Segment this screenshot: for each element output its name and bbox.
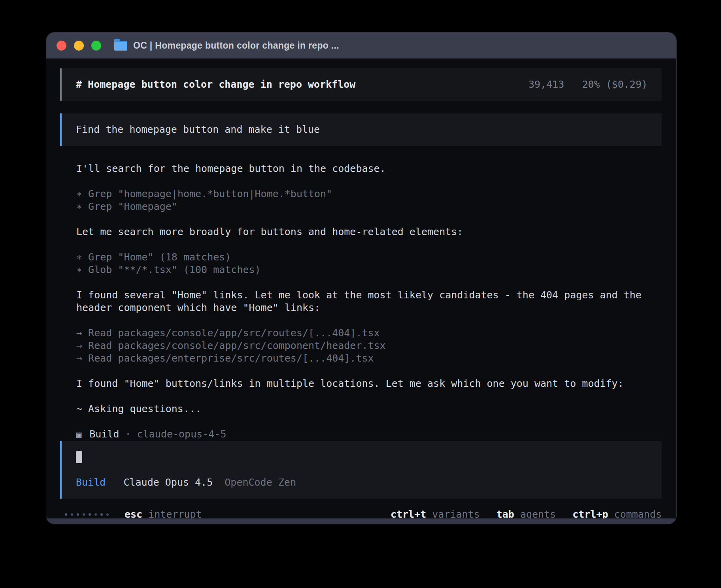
window-title: OC | Homepage button color change in rep… [133,40,339,51]
traffic-lights [57,41,101,51]
tool-call-text: Grep "Home" (18 matches) [88,251,231,263]
spinner-dot [65,513,67,516]
tool-call: ∗Grep "Home" (18 matches) [76,251,662,264]
text-cursor [76,451,82,463]
read-arrow-icon: → [76,327,82,339]
title-group: OC | Homepage button color change in rep… [114,40,339,51]
separator-dot: · [125,428,131,440]
assistant-text: I found several "Home" links. Let me loo… [76,289,662,314]
context-usage: 20% ($0.29) [582,79,647,90]
window-bottom-edge [46,518,676,524]
terminal-window: OC | Homepage button color change in rep… [46,32,677,524]
input-line[interactable] [76,451,647,464]
spinner-dot [106,513,109,516]
model-label: Claude Opus 4.5 [123,477,213,488]
tool-call: →Read packages/console/app/src/component… [76,339,662,352]
tool-call: ∗Grep "Homepage" [76,200,662,213]
provider-label: OpenCode Zen [225,477,296,488]
tool-call: ∗Glob "**/*.tsx" (100 matches) [76,264,662,276]
message-group-text: I found several "Home" links. Let me loo… [76,289,662,314]
tool-asterisk-icon: ∗ [76,251,82,263]
agent-model-badge: ▣Build·claude-opus-4-5 [76,428,662,441]
tool-call-text: Glob "**/*.tsx" (100 matches) [88,264,261,275]
tool-call-text: Grep "homepage|home.*button|Home.*button… [88,188,332,200]
read-arrow-icon: → [76,352,82,364]
terminal-content: # Homepage button color change in repo w… [46,58,676,518]
user-message: Find the homepage button and make it blu… [60,113,662,146]
spinner [65,513,109,516]
tool-asterisk-icon: ∗ [76,188,82,200]
spinner-dot [100,513,103,516]
message-group-tool: ∗Grep "Home" (18 matches)∗Glob "**/*.tsx… [76,251,662,276]
agent-mode-label: Build [76,477,106,488]
folder-icon [114,41,127,51]
tool-asterisk-icon: ∗ [76,201,82,212]
assistant-text: I found "Home" buttons/links in multiple… [76,377,662,390]
tool-asterisk-icon: ∗ [76,264,82,275]
titlebar[interactable]: OC | Homepage button color change in rep… [46,32,676,58]
message-group-tool: →Read packages/console/app/src/routes/[.… [76,327,662,365]
spinner-dot [83,513,85,516]
zoom-button[interactable] [91,41,101,51]
spinner-dot [71,513,73,516]
tool-call-text: Read packages/console/app/src/routes/[..… [88,327,380,339]
message-group-text: ~ Asking questions... [76,403,662,415]
session-metrics: 39,413 20% ($0.29) [528,78,647,91]
message-group-text: I'll search for the homepage button in t… [76,162,662,175]
minimize-button[interactable] [74,41,84,51]
message-group-text: I found "Home" buttons/links in multiple… [76,377,662,390]
assistant-text: Let me search more broadly for buttons a… [76,226,662,238]
session-title: # Homepage button color change in repo w… [76,78,355,91]
tool-call: →Read packages/console/app/src/routes/[.… [76,327,662,339]
tool-call-text: Read packages/enterprise/src/routes/[...… [88,352,374,364]
model-name: claude-opus-4-5 [137,428,226,440]
tool-call: ∗Grep "homepage|home.*button|Home.*butto… [76,188,662,200]
assistant-text: I'll search for the homepage button in t… [76,162,662,175]
tool-call-text: Grep "Homepage" [88,201,177,212]
session-header: # Homepage button color change in repo w… [60,68,662,101]
tool-call: →Read packages/enterprise/src/routes/[..… [76,352,662,365]
spinner-dot [77,513,79,516]
spinner-dot [94,513,97,516]
user-message-text: Find the homepage button and make it blu… [76,124,320,135]
close-button[interactable] [57,41,66,51]
conversation: I'll search for the homepage button in t… [76,162,662,441]
message-group-text: Let me search more broadly for buttons a… [76,226,662,238]
folder-icon-front [114,42,127,51]
token-count: 39,413 [528,79,564,90]
spinner-dot [89,513,91,516]
message-group-badge: ▣Build·claude-opus-4-5 [76,428,662,441]
prompt-input[interactable]: Build Claude Opus 4.5 OpenCode Zen [60,441,662,499]
agent-name: Build [89,428,119,440]
assistant-text: ~ Asking questions... [76,403,662,415]
input-meta: Build Claude Opus 4.5 OpenCode Zen [76,476,647,489]
message-group-tool: ∗Grep "homepage|home.*button|Home.*butto… [76,188,662,213]
read-arrow-icon: → [76,340,82,351]
tool-call-text: Read packages/console/app/src/component/… [88,340,386,351]
agent-square-icon: ▣ [76,430,81,439]
